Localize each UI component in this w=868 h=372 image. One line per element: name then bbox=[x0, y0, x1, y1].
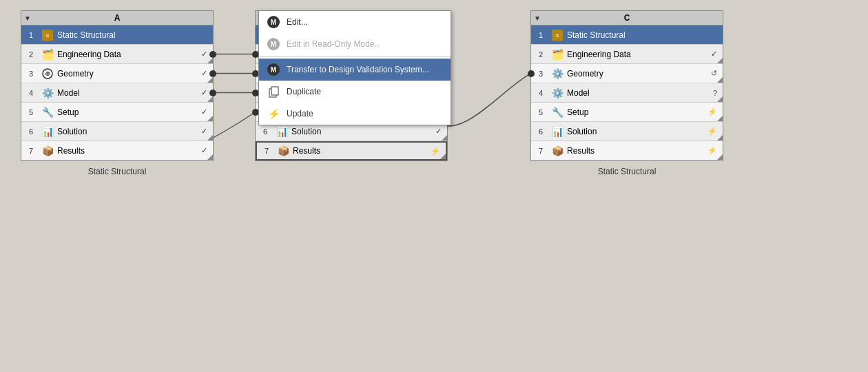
row-a-4-status: ✓ bbox=[201, 88, 207, 97]
row-c-1-label: Static Structural bbox=[567, 30, 720, 40]
svg-text:≡: ≡ bbox=[555, 32, 559, 39]
setup-icon-c: 🔧 bbox=[550, 105, 564, 119]
menu-separator-1 bbox=[259, 56, 451, 57]
row-b-6-corner bbox=[442, 135, 447, 141]
model-icon-a: ⚙️ bbox=[41, 86, 54, 100]
row-a-6-status: ✓ bbox=[201, 127, 207, 136]
row-c-2[interactable]: 2 🗂️ Engineering Data ✓ bbox=[531, 45, 723, 64]
row-c-6-label: Solution bbox=[567, 127, 707, 136]
row-a-7[interactable]: 7 📦 Results ✓ bbox=[21, 141, 213, 161]
menu-update-label: Update bbox=[287, 109, 313, 118]
row-c-5-label: Setup bbox=[567, 107, 707, 117]
row-c-7-corner bbox=[717, 154, 723, 160]
row-c-5-corner bbox=[717, 116, 723, 121]
results-icon-b: 📦 bbox=[276, 144, 290, 158]
model-icon-c: ⚙️ bbox=[550, 86, 564, 100]
menu-duplicate-label: Duplicate bbox=[287, 87, 321, 96]
system-a-label: Static Structural bbox=[88, 167, 147, 176]
solution-icon-c: 📊 bbox=[550, 125, 564, 138]
menu-item-edit-readonly: M Edit in Read-Only Mode.. bbox=[259, 33, 451, 55]
row-a-2-label: Engineering Data bbox=[57, 50, 201, 59]
row-c-1[interactable]: 1 ≡ Static Structural bbox=[531, 25, 723, 45]
row-c-6-status: ⚡ bbox=[707, 127, 717, 136]
row-a-3-num: 3 bbox=[24, 70, 38, 78]
system-c-label: Static Structural bbox=[598, 167, 657, 176]
system-a-title: A bbox=[114, 13, 121, 23]
row-a-1-num: 1 bbox=[24, 31, 38, 39]
row-a-7-label: Results bbox=[57, 146, 201, 156]
conn-c3-left bbox=[528, 70, 535, 77]
context-menu: M Edit... M Edit in Read-Only Mode.. M T… bbox=[258, 10, 451, 125]
row-c-6-num: 6 bbox=[534, 127, 548, 136]
static-structural-icon-a: ≡ bbox=[41, 28, 54, 42]
row-b-6-num: 6 bbox=[258, 127, 272, 136]
row-c-3-status: ↺ bbox=[711, 69, 717, 78]
row-c-5[interactable]: 5 🔧 Setup ⚡ bbox=[531, 103, 723, 122]
row-c-4-label: Model bbox=[567, 88, 713, 98]
conn-a3-right bbox=[209, 70, 216, 77]
row-c-3[interactable]: 3 ⚙️ Geometry ↺ bbox=[531, 64, 723, 83]
svg-text:≡: ≡ bbox=[45, 32, 49, 39]
menu-transfer-icon: M bbox=[266, 62, 281, 77]
row-a-7-num: 7 bbox=[24, 147, 38, 155]
static-structural-icon-c: ≡ bbox=[550, 28, 564, 42]
system-c-block: ▼ C 1 ≡ Static Structural 2 🗂️ Engineeri… bbox=[530, 10, 723, 161]
row-b-6-status: ✓ bbox=[435, 127, 442, 136]
row-c-7-status: ⚡ bbox=[707, 146, 717, 155]
row-c-2-num: 2 bbox=[534, 50, 548, 59]
menu-edit-readonly-icon: M bbox=[266, 37, 281, 52]
row-c-1-num: 1 bbox=[534, 31, 548, 39]
solution-icon-b: 📊 bbox=[275, 125, 289, 138]
menu-item-update[interactable]: ⚡ Update bbox=[259, 103, 451, 125]
row-a-4-corner bbox=[207, 96, 213, 102]
menu-edit-readonly-label: Edit in Read-Only Mode.. bbox=[287, 39, 379, 49]
eng-data-icon-c: 🗂️ bbox=[550, 48, 564, 61]
collapse-arrow-c[interactable]: ▼ bbox=[534, 14, 541, 22]
menu-item-edit[interactable]: M Edit... bbox=[259, 11, 451, 33]
system-a-wrapper: ▼ A 1 ≡ Static Structural 2 🗂️ Engineeri… bbox=[21, 10, 214, 176]
menu-duplicate-icon bbox=[266, 84, 281, 99]
row-a-4[interactable]: 4 ⚙️ Model ✓ bbox=[21, 83, 213, 103]
row-c-7-label: Results bbox=[567, 146, 707, 156]
menu-item-transfer[interactable]: M Transfer to Design Validation System..… bbox=[259, 59, 451, 81]
system-a-block: ▼ A 1 ≡ Static Structural 2 🗂️ Engineeri… bbox=[21, 10, 214, 161]
row-a-2[interactable]: 2 🗂️ Engineering Data ✓ bbox=[21, 45, 213, 64]
row-a-3-status: ✓ bbox=[201, 69, 207, 78]
menu-item-duplicate[interactable]: Duplicate bbox=[259, 81, 451, 103]
row-a-5-num: 5 bbox=[24, 108, 38, 116]
results-icon-c: 📦 bbox=[550, 144, 564, 158]
svg-rect-16 bbox=[271, 87, 278, 95]
row-c-7[interactable]: 7 📦 Results ⚡ bbox=[531, 141, 723, 161]
row-b-7-corner bbox=[440, 154, 446, 159]
row-c-4[interactable]: 4 ⚙️ Model ? bbox=[531, 83, 723, 103]
row-a-3[interactable]: 3 DM Geometry ✓ bbox=[21, 64, 213, 83]
row-c-3-num: 3 bbox=[534, 70, 548, 78]
geometry-icon-a: DM bbox=[41, 67, 54, 81]
row-a-6-label: Solution bbox=[57, 127, 201, 136]
row-c-4-status: ? bbox=[713, 89, 717, 97]
row-a-6[interactable]: 6 📊 Solution ✓ bbox=[21, 122, 213, 141]
row-a-5[interactable]: 5 🔧 Setup ✓ bbox=[21, 103, 213, 122]
row-c-3-corner bbox=[717, 77, 723, 83]
system-c-header: ▼ C bbox=[531, 11, 723, 25]
row-b-7[interactable]: 7 📦 Results ⚡ bbox=[256, 141, 447, 161]
row-b-7-status: ⚡ bbox=[431, 147, 440, 156]
row-a-5-corner bbox=[207, 116, 213, 121]
conn-a2-right bbox=[209, 51, 216, 58]
row-a-3-label: Geometry bbox=[57, 69, 201, 79]
row-a-7-corner bbox=[207, 154, 213, 160]
row-a-3-corner bbox=[207, 77, 213, 83]
row-c-2-label: Engineering Data bbox=[567, 50, 711, 59]
row-a-1[interactable]: 1 ≡ Static Structural bbox=[21, 25, 213, 45]
row-b-7-label: Results bbox=[293, 146, 431, 156]
svg-text:DM: DM bbox=[44, 72, 52, 76]
collapse-arrow-a[interactable]: ▼ bbox=[24, 14, 31, 22]
conn-a4-right bbox=[209, 90, 216, 96]
row-a-4-num: 4 bbox=[24, 89, 38, 97]
row-b-7-num: 7 bbox=[260, 147, 273, 155]
row-c-3-label: Geometry bbox=[567, 69, 711, 79]
row-a-1-label: Static Structural bbox=[57, 30, 210, 40]
row-c-6[interactable]: 6 📊 Solution ⚡ bbox=[531, 122, 723, 141]
row-c-2-corner bbox=[717, 58, 723, 63]
eng-data-icon-a: 🗂️ bbox=[41, 48, 54, 61]
